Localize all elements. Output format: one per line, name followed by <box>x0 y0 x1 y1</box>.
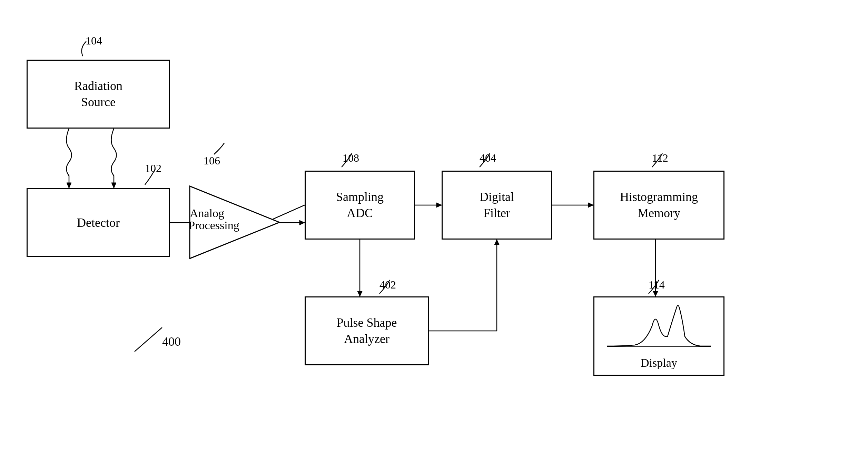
pulse-shape-analyzer-block: Pulse ShapeAnalyzer <box>305 296 429 365</box>
display-label: Display <box>641 355 677 371</box>
radiation-source-block: RadiationSource <box>27 60 170 129</box>
tag-104: 104 <box>86 34 102 47</box>
svg-marker-12 <box>653 291 658 296</box>
display-block: Display <box>593 296 724 376</box>
svg-marker-8 <box>436 203 442 207</box>
tag-108: 108 <box>343 152 359 164</box>
digital-filter-label: DigitalFilter <box>480 189 514 221</box>
tag-102: 102 <box>145 162 161 175</box>
tag-402: 402 <box>379 278 396 291</box>
tag-106: 106 <box>204 154 220 167</box>
pulse-shape-analyzer-label: Pulse ShapeAnalyzer <box>337 315 397 347</box>
histogramming-memory-label: HistogrammingMemory <box>620 189 698 221</box>
radiation-source-label: RadiationSource <box>74 78 122 110</box>
svg-line-18 <box>135 327 162 352</box>
analog-processing-block: Analog Processing <box>186 183 283 262</box>
svg-marker-0 <box>67 183 71 188</box>
histogramming-memory-block: HistogrammingMemory <box>593 171 724 240</box>
diagram-container: RadiationSource 104 Detector 102 Analog … <box>0 0 868 466</box>
svg-text:Processing: Processing <box>188 219 239 232</box>
display-chart <box>604 298 714 354</box>
detector-block: Detector <box>27 188 170 257</box>
svg-marker-14 <box>357 291 362 296</box>
detector-label: Detector <box>77 215 120 231</box>
sampling-adc-block: SamplingADC <box>305 171 415 240</box>
tag-404: 404 <box>480 152 496 164</box>
svg-marker-6 <box>299 220 305 225</box>
tag-400: 400 <box>162 334 181 349</box>
svg-text:Analog: Analog <box>190 207 224 220</box>
digital-filter-block: DigitalFilter <box>442 171 552 240</box>
tag-114: 114 <box>649 278 665 291</box>
sampling-adc-label: SamplingADC <box>336 189 384 221</box>
svg-marker-1 <box>111 183 116 188</box>
svg-marker-10 <box>588 203 593 207</box>
svg-marker-17 <box>494 240 499 245</box>
tag-112: 112 <box>652 152 668 164</box>
